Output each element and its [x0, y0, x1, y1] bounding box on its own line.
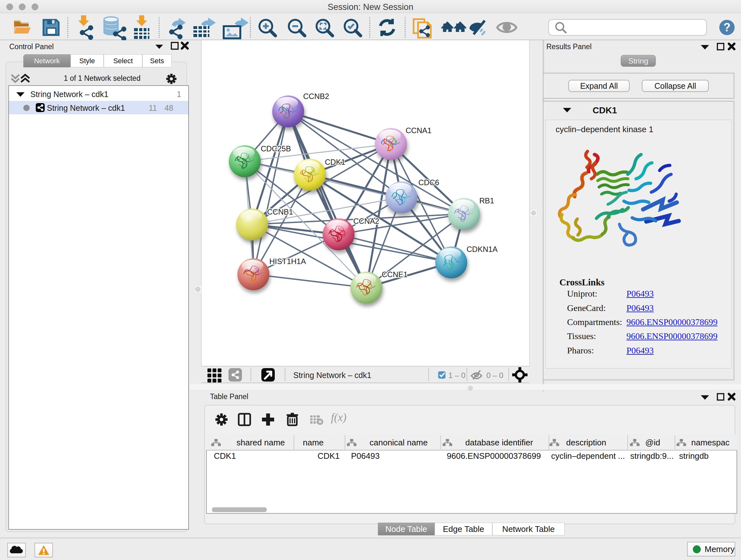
svg-text:RB1: RB1: [479, 196, 494, 205]
svg-text:cyclin–dependent ...: cyclin–dependent ...: [551, 451, 625, 461]
svg-text:stringdb:9...: stringdb:9...: [630, 451, 674, 461]
svg-text:@id: @id: [645, 438, 660, 447]
svg-text:CDC6: CDC6: [418, 178, 439, 187]
svg-text:CCNB1: CCNB1: [267, 207, 293, 216]
svg-text:CCNE1: CCNE1: [382, 270, 408, 279]
svg-text:CDK1: CDK1: [214, 451, 236, 461]
svg-text:namespac: namespac: [691, 438, 730, 447]
svg-text:shared name: shared name: [237, 438, 285, 447]
svg-text:database identifier: database identifier: [465, 438, 533, 447]
svg-text:CCNA2: CCNA2: [353, 217, 379, 226]
svg-text:CDKN1A: CDKN1A: [467, 245, 497, 253]
svg-text:9606.ENSP00000378699: 9606.ENSP00000378699: [447, 451, 541, 461]
svg-text:stringdb: stringdb: [679, 451, 709, 461]
svg-text:canonical name: canonical name: [369, 438, 428, 447]
svg-text:CCNA1: CCNA1: [406, 126, 431, 135]
svg-text:HIST1H1A: HIST1H1A: [269, 257, 306, 266]
svg-text:?: ?: [724, 21, 731, 34]
svg-text:name: name: [303, 438, 324, 447]
svg-text:CCNB2: CCNB2: [303, 92, 329, 101]
svg-text:CDK1: CDK1: [318, 451, 340, 461]
svg-text:description: description: [566, 438, 606, 447]
svg-text:P06493: P06493: [351, 451, 380, 461]
svg-text:CDC25B: CDC25B: [261, 144, 291, 153]
svg-text:CDK1: CDK1: [325, 158, 345, 166]
